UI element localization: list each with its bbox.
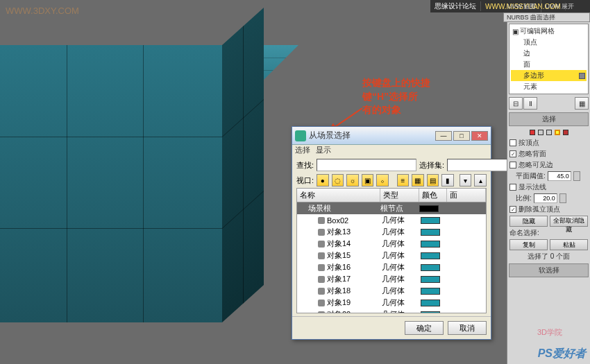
copy-button[interactable]: 复制	[509, 239, 548, 250]
filter-xref-icon[interactable]: ▤	[427, 174, 439, 187]
col-face[interactable]: 面	[447, 189, 486, 202]
tree-edge[interactable]: 边	[511, 48, 587, 59]
unhide-all-button[interactable]: 全部取消隐藏	[550, 216, 588, 227]
search-input[interactable]	[317, 159, 416, 171]
show-normal-check[interactable]	[509, 184, 516, 191]
subobj-vertex-icon[interactable]	[530, 130, 535, 135]
filter-shape-icon[interactable]: ◌	[332, 174, 344, 187]
annotation-text: 按键盘上的快捷 键“H”选择所 有的对象	[362, 76, 430, 117]
modifier-panel: ▣ 可编辑网格 顶点 边 面 多边形 元素 ⊟ Ⅱ ▦ 选择 按顶点 ✓忽略背面…	[507, 22, 590, 364]
list-item[interactable]: 对象19几何体	[297, 297, 486, 309]
list-item[interactable]: 对象20几何体	[297, 309, 486, 313]
filter-group-icon[interactable]: ▦	[412, 174, 424, 187]
list-item[interactable]: 对象15几何体	[297, 250, 486, 261]
cancel-button[interactable]: 取消	[448, 321, 487, 335]
col-color[interactable]: 颜色	[419, 189, 447, 202]
ratio-input[interactable]	[534, 193, 557, 203]
dialog-titlebar[interactable]: 从场景选择 — □ ✕	[292, 127, 491, 145]
col-name[interactable]: 名称	[297, 189, 380, 202]
dialog-icon	[295, 130, 306, 141]
close-button[interactable]: ✕	[471, 131, 488, 141]
filter-cam-icon[interactable]: ▣	[362, 174, 374, 187]
watermark-ps-lovers: PS爱好者	[538, 347, 586, 361]
minimize-button[interactable]: —	[435, 131, 452, 141]
filter-geom-icon[interactable]: ●	[317, 174, 329, 187]
tree-polygon[interactable]: 多边形	[511, 70, 587, 81]
by-vertex-check[interactable]	[509, 139, 516, 146]
list-item[interactable]: 对象14几何体	[297, 238, 486, 250]
select-from-scene-dialog: 从场景选择 — □ ✕ 选择 显示 查找: 选择集: ⏴ ⏵ 视口: ● ◌ ☼…	[292, 126, 491, 340]
watermark-3d-academy: 3D学院	[537, 327, 562, 338]
viewport-3d[interactable]	[0, 7, 278, 361]
menu-display[interactable]: 显示	[316, 145, 331, 157]
tree-face[interactable]: 面	[511, 59, 587, 70]
tree-vertex[interactable]: 顶点	[511, 37, 587, 48]
filter-light-icon[interactable]: ☼	[346, 174, 359, 187]
tab-uvw-map[interactable]: UVW 贴图	[503, 0, 541, 12]
list-header: 名称 类型 颜色 面	[296, 188, 487, 202]
pin-stack-icon[interactable]: ⊟	[509, 97, 523, 110]
col-type[interactable]: 类型	[380, 189, 419, 202]
filter-space-icon[interactable]: ≡	[397, 174, 410, 187]
list-item[interactable]: 对象13几何体	[297, 226, 486, 238]
object-list[interactable]: 场景根 根节点 Box02几何体对象13几何体对象14几何体对象15几何体对象1…	[296, 202, 487, 313]
view-label: 视口:	[296, 175, 314, 186]
collapse-all-icon[interactable]: ▴	[474, 174, 487, 187]
header-sub: NURBS 曲面选择	[503, 12, 590, 22]
list-item[interactable]: 对象17几何体	[297, 273, 486, 285]
list-item[interactable]: Box02几何体	[297, 214, 486, 226]
maximize-button[interactable]: □	[453, 131, 470, 141]
selection-count: 选择了 0 个面	[528, 252, 570, 261]
search-label: 查找:	[296, 160, 314, 171]
ignore-vis-check[interactable]	[509, 162, 516, 168]
list-root[interactable]: 场景根 根节点	[297, 202, 486, 214]
subobj-face-icon[interactable]	[546, 130, 552, 135]
paste-button[interactable]: 粘贴	[550, 239, 588, 250]
soft-selection-header[interactable]: 软选择	[509, 263, 589, 277]
hide-button[interactable]: 隐藏	[509, 216, 548, 227]
tab-uvw-unwrap[interactable]: UVW 展开	[541, 0, 579, 12]
expand-all-icon[interactable]: ▾	[460, 174, 472, 187]
subobj-edge-icon[interactable]	[538, 130, 543, 135]
planar-spinner[interactable]	[573, 171, 580, 181]
subobj-element-icon[interactable]	[563, 130, 568, 135]
menu-select[interactable]: 选择	[295, 145, 310, 157]
tree-element[interactable]: 元素	[511, 81, 587, 92]
planar-threshold-input[interactable]	[548, 171, 571, 181]
site-name: 思缘设计论坛	[430, 1, 481, 11]
cube-front-face	[0, 45, 222, 322]
filter-helper-icon[interactable]: ⬦	[376, 174, 389, 187]
ratio-spinner[interactable]	[559, 193, 566, 203]
show-end-icon[interactable]: Ⅱ	[523, 97, 537, 110]
selset-label: 选择集:	[419, 160, 444, 171]
filter-bone-icon[interactable]: ▮	[441, 174, 454, 187]
delete-iso-check[interactable]: ✓	[509, 206, 516, 213]
ok-button[interactable]: 确定	[405, 321, 444, 335]
config-icon[interactable]: ▦	[575, 97, 589, 110]
selection-rollout-header[interactable]: 选择	[509, 112, 589, 126]
list-item[interactable]: 对象18几何体	[297, 285, 486, 297]
list-item[interactable]: 对象16几何体	[297, 261, 486, 273]
subobj-polygon-icon[interactable]	[555, 130, 560, 135]
dialog-title: 从场景选择	[309, 130, 434, 141]
cube-side-face	[222, 8, 264, 322]
ignore-back-check[interactable]: ✓	[509, 150, 516, 157]
watermark-3dxy: WWW.3DXY.COM	[6, 6, 79, 16]
tree-editable-mesh[interactable]: ▣ 可编辑网格	[511, 26, 587, 37]
